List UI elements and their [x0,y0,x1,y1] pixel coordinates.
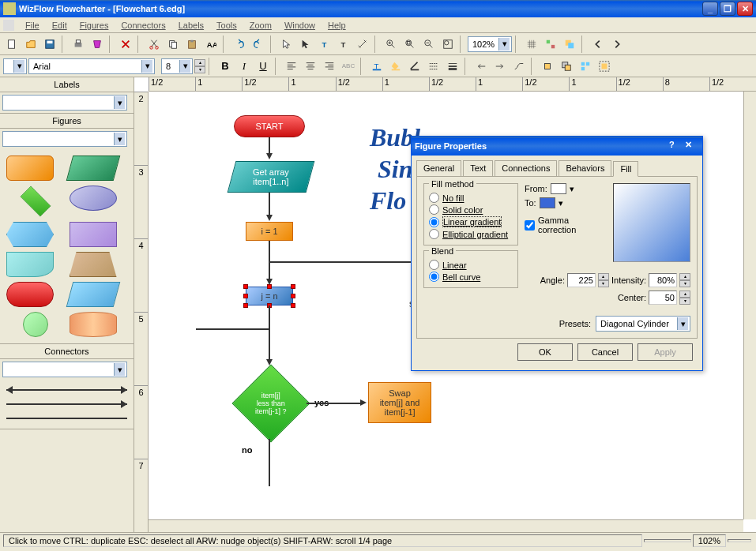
presets-dropdown[interactable]: Diagonal Cylinder ▾ [596,316,690,332]
ungroup-button[interactable] [596,58,613,75]
connectors-dropdown[interactable]: ▾ [2,362,127,377]
select-tool[interactable] [297,36,314,53]
radio-no-fill[interactable] [429,193,439,203]
radio-elliptical[interactable] [429,229,439,239]
arrow-start-button[interactable] [472,58,490,75]
line-style-button[interactable] [425,58,442,75]
connector-arrow[interactable] [6,400,127,408]
menu-edit[interactable]: Edit [46,19,73,32]
shape-hexagon[interactable] [6,222,54,247]
tab-text[interactable]: Text [463,160,493,176]
radio-linear[interactable] [429,217,439,227]
italic-button[interactable]: I [235,58,253,75]
align-center-button[interactable] [302,58,319,75]
from-color-swatch[interactable] [551,183,566,194]
snap-button[interactable] [542,36,559,53]
fill-color-button[interactable] [387,58,404,75]
close-button[interactable]: ✕ [737,2,753,16]
dialog-titlebar[interactable]: Figure Properties ? ✕ [412,137,702,156]
shape-data[interactable] [66,282,120,307]
shape-ellipse[interactable] [70,186,117,211]
preview-button[interactable] [88,36,106,53]
underline-button[interactable]: U [254,58,272,75]
selection-handle[interactable] [243,294,248,298]
menu-help[interactable]: Help [322,19,352,32]
shape-rounded-rect[interactable] [6,156,54,181]
copy-button[interactable] [164,36,182,53]
shape-swap[interactable]: Swap item[j] and item[j-1] [368,382,431,423]
selection-handle[interactable] [243,303,248,308]
shape-terminator[interactable] [6,282,54,307]
tab-fill[interactable]: Fill [613,161,638,177]
tab-general[interactable]: General [416,160,461,176]
font-dropdown[interactable]: Arial ▾ [28,58,155,74]
print-button[interactable] [70,36,87,53]
tab-behaviors[interactable]: Behaviors [559,160,611,176]
to-color-swatch[interactable] [540,197,555,208]
center-input[interactable] [649,290,677,305]
fontsize-dropdown[interactable]: 8 ▾ [161,58,193,74]
selection-handle[interactable] [291,294,295,298]
text-color-button[interactable]: T [368,58,386,75]
radio-blend-bell[interactable] [429,272,439,282]
ok-button[interactable]: OK [517,343,573,361]
bring-front-button[interactable] [539,58,556,75]
shape-parallelogram[interactable] [66,156,120,181]
shape-decision[interactable]: item[j] less than item[j-1] ? [232,365,310,443]
shape-input[interactable]: Get array item[1..n] [228,161,315,193]
menu-zoom[interactable]: Zoom [243,19,278,32]
chevron-down-icon[interactable]: ▾ [570,184,574,194]
menu-tools[interactable]: Tools [210,19,243,32]
open-button[interactable] [22,36,39,53]
menu-figures[interactable]: Figures [73,19,115,32]
intensity-spinner[interactable]: ▴▾ [679,273,690,287]
new-button[interactable] [3,36,21,53]
label-tool[interactable]: T [335,36,352,53]
shape-cylinder[interactable] [70,312,117,337]
selection-handle[interactable] [243,284,248,289]
find-button[interactable]: AA [202,36,220,53]
arrow-end-button[interactable] [491,58,509,75]
gamma-checkbox[interactable] [525,220,535,231]
connector-button[interactable] [510,58,528,75]
selection-handle[interactable] [267,284,272,289]
line-weight-button[interactable] [444,58,461,75]
menu-file[interactable]: File [19,19,46,32]
chevron-down-icon[interactable]: ▾ [559,198,563,208]
grid-button[interactable] [523,36,540,53]
prev-button[interactable] [589,36,607,53]
line-color-button[interactable] [406,58,423,75]
zoom-in-button[interactable] [382,36,400,53]
figures-dropdown[interactable]: ▾ [2,131,127,147]
shape-rect[interactable] [70,222,117,247]
paste-button[interactable] [183,36,201,53]
apply-button[interactable]: Apply [638,343,693,361]
minimize-button[interactable]: _ [702,2,718,16]
layers-button[interactable] [561,36,578,53]
save-button[interactable] [41,36,58,53]
measure-tool[interactable] [354,36,371,53]
shape-start[interactable]: START [234,115,305,137]
intensity-input[interactable] [649,273,677,287]
cancel-button[interactable]: Cancel [577,343,633,361]
zoom-page-button[interactable] [439,36,457,53]
send-back-button[interactable] [558,58,575,75]
align-right-button[interactable] [321,58,338,75]
cut-button[interactable] [145,36,163,53]
help-button[interactable]: ? [669,140,683,152]
undo-button[interactable] [231,36,248,53]
pointer-tool[interactable] [278,36,295,53]
maximize-button[interactable]: ❐ [720,2,735,16]
shape-circle[interactable] [23,312,48,337]
angle-spinner[interactable]: ▴▾ [598,273,609,287]
text-abc-button[interactable]: ABC [340,58,357,75]
selection-handle[interactable] [291,284,295,289]
zoom-dropdown[interactable]: 102% ▾ [468,36,512,52]
tab-connections[interactable]: Connections [495,160,557,176]
menu-window[interactable]: Window [278,19,322,32]
shape-init[interactable]: i = 1 [246,222,293,241]
angle-input[interactable] [567,273,596,287]
align-left-button[interactable] [283,58,300,75]
selection-handle[interactable] [291,303,295,308]
fontsize-spinner[interactable]: ▴▾ [194,59,205,73]
